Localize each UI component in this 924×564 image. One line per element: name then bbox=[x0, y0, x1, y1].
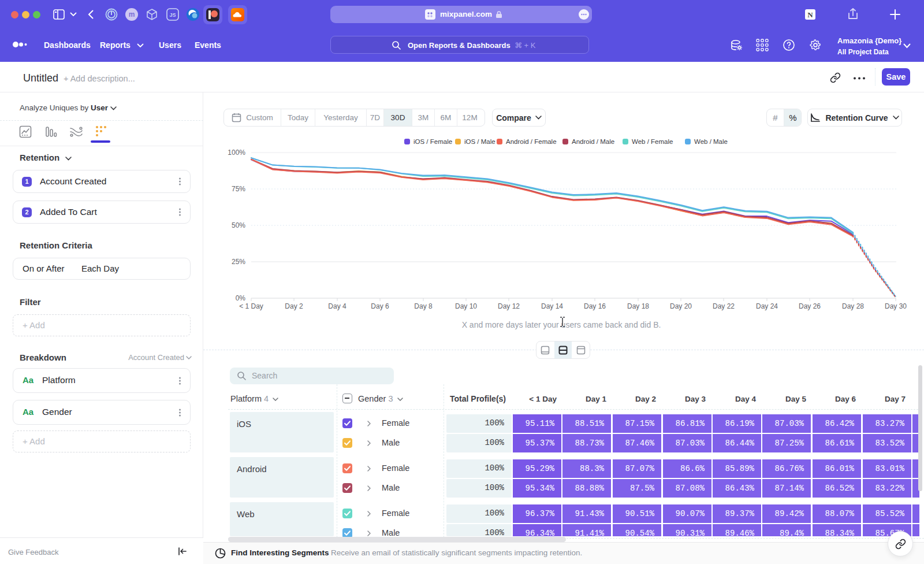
svg-text:25%: 25% bbox=[232, 258, 245, 266]
svg-text:Day 6: Day 6 bbox=[371, 302, 389, 310]
svg-text:Day 26: Day 26 bbox=[799, 302, 821, 310]
svg-text:Day 30: Day 30 bbox=[885, 302, 907, 310]
svg-text:50%: 50% bbox=[232, 221, 245, 229]
svg-text:Day 8: Day 8 bbox=[414, 302, 433, 310]
svg-text:100%: 100% bbox=[228, 149, 245, 157]
svg-text:< 1 Day: < 1 Day bbox=[239, 302, 263, 310]
svg-text:Day 10: Day 10 bbox=[455, 302, 477, 310]
svg-text:Day 18: Day 18 bbox=[627, 302, 649, 310]
svg-text:Day 20: Day 20 bbox=[670, 302, 692, 310]
svg-text:Day 14: Day 14 bbox=[541, 302, 563, 310]
svg-text:Day 4: Day 4 bbox=[328, 302, 346, 310]
svg-text:Day 2: Day 2 bbox=[285, 302, 303, 310]
svg-text:75%: 75% bbox=[232, 185, 245, 193]
svg-text:Day 28: Day 28 bbox=[842, 302, 864, 310]
svg-text:Day 16: Day 16 bbox=[584, 302, 606, 310]
svg-text:Day 24: Day 24 bbox=[756, 302, 778, 310]
svg-text:0%: 0% bbox=[236, 294, 246, 302]
svg-text:Day 22: Day 22 bbox=[713, 302, 735, 310]
svg-text:Day 12: Day 12 bbox=[498, 302, 520, 310]
